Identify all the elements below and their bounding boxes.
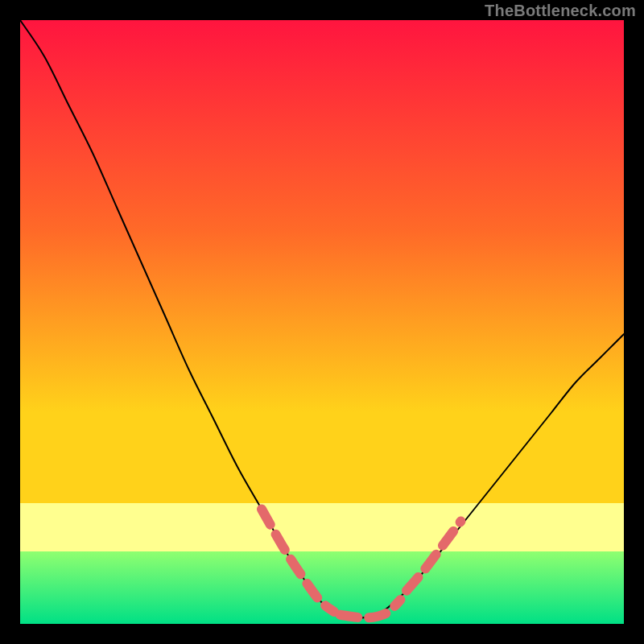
plot-area: [20, 20, 624, 624]
chart-stage: TheBottleneck.com: [0, 0, 644, 644]
plot-svg: [20, 20, 624, 624]
watermark-text: TheBottleneck.com: [485, 2, 636, 20]
svg-rect-0: [20, 20, 624, 624]
